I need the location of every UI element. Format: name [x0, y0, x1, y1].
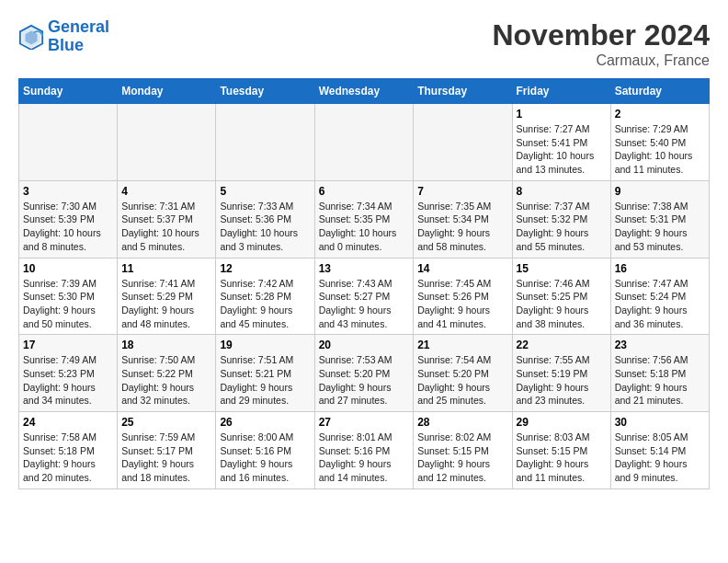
day-number: 9	[615, 185, 705, 198]
calendar-cell: 12Sunrise: 7:42 AM Sunset: 5:28 PM Dayli…	[216, 258, 314, 335]
day-number: 3	[23, 185, 113, 198]
day-number: 28	[417, 416, 507, 429]
calendar-cell	[314, 104, 414, 181]
day-info: Sunrise: 7:46 AM Sunset: 5:25 PM Dayligh…	[517, 277, 607, 331]
calendar-header-row: SundayMondayTuesdayWednesdayThursdayFrid…	[19, 79, 710, 104]
logo-text: General Blue	[48, 18, 109, 55]
weekday-header-friday: Friday	[512, 79, 610, 104]
day-number: 22	[517, 339, 607, 351]
calendar-cell	[118, 104, 216, 181]
calendar-cell: 29Sunrise: 8:03 AM Sunset: 5:15 PM Dayli…	[512, 412, 610, 489]
day-number: 8	[517, 185, 607, 198]
day-number: 26	[220, 416, 310, 429]
day-info: Sunrise: 8:05 AM Sunset: 5:14 PM Dayligh…	[615, 431, 705, 485]
calendar-cell: 2Sunrise: 7:29 AM Sunset: 5:40 PM Daylig…	[610, 104, 709, 181]
calendar-cell: 23Sunrise: 7:56 AM Sunset: 5:18 PM Dayli…	[610, 335, 709, 412]
calendar-cell: 18Sunrise: 7:50 AM Sunset: 5:22 PM Dayli…	[118, 335, 216, 412]
calendar-cell: 1Sunrise: 7:27 AM Sunset: 5:41 PM Daylig…	[512, 104, 610, 181]
day-info: Sunrise: 7:30 AM Sunset: 5:39 PM Dayligh…	[23, 200, 113, 254]
calendar-cell: 10Sunrise: 7:39 AM Sunset: 5:30 PM Dayli…	[19, 258, 118, 335]
day-info: Sunrise: 7:45 AM Sunset: 5:26 PM Dayligh…	[417, 277, 507, 331]
day-number: 13	[319, 262, 410, 275]
calendar-cell	[19, 104, 118, 181]
day-info: Sunrise: 7:29 AM Sunset: 5:40 PM Dayligh…	[615, 122, 705, 177]
day-info: Sunrise: 8:02 AM Sunset: 5:15 PM Dayligh…	[417, 431, 507, 485]
weekday-header-saturday: Saturday	[610, 79, 709, 104]
day-info: Sunrise: 7:59 AM Sunset: 5:17 PM Dayligh…	[121, 431, 211, 485]
day-info: Sunrise: 7:49 AM Sunset: 5:23 PM Dayligh…	[23, 353, 113, 408]
day-number: 11	[121, 262, 211, 275]
day-info: Sunrise: 7:37 AM Sunset: 5:32 PM Dayligh…	[517, 200, 607, 254]
calendar-cell: 17Sunrise: 7:49 AM Sunset: 5:23 PM Dayli…	[19, 335, 118, 412]
logo: General Blue	[18, 18, 109, 55]
calendar-cell: 30Sunrise: 8:05 AM Sunset: 5:14 PM Dayli…	[610, 412, 709, 489]
calendar-week-3: 10Sunrise: 7:39 AM Sunset: 5:30 PM Dayli…	[19, 258, 710, 335]
day-info: Sunrise: 7:34 AM Sunset: 5:35 PM Dayligh…	[319, 200, 410, 254]
calendar-week-4: 17Sunrise: 7:49 AM Sunset: 5:23 PM Dayli…	[19, 335, 710, 412]
day-number: 14	[417, 262, 507, 275]
day-number: 18	[121, 339, 211, 351]
calendar-cell: 21Sunrise: 7:54 AM Sunset: 5:20 PM Dayli…	[414, 335, 512, 412]
calendar-cell: 5Sunrise: 7:33 AM Sunset: 5:36 PM Daylig…	[216, 180, 314, 258]
calendar-week-1: 1Sunrise: 7:27 AM Sunset: 5:41 PM Daylig…	[19, 104, 710, 181]
day-number: 20	[319, 339, 410, 351]
day-number: 21	[417, 339, 507, 351]
calendar-cell: 6Sunrise: 7:34 AM Sunset: 5:35 PM Daylig…	[314, 180, 414, 258]
day-number: 23	[615, 339, 705, 351]
day-info: Sunrise: 7:54 AM Sunset: 5:20 PM Dayligh…	[417, 353, 507, 408]
day-number: 7	[417, 185, 507, 198]
day-info: Sunrise: 7:47 AM Sunset: 5:24 PM Dayligh…	[615, 277, 705, 331]
day-info: Sunrise: 7:39 AM Sunset: 5:30 PM Dayligh…	[23, 277, 113, 331]
day-number: 12	[220, 262, 310, 275]
calendar-cell: 3Sunrise: 7:30 AM Sunset: 5:39 PM Daylig…	[19, 180, 118, 258]
day-info: Sunrise: 8:00 AM Sunset: 5:16 PM Dayligh…	[220, 431, 310, 485]
day-info: Sunrise: 7:27 AM Sunset: 5:41 PM Dayligh…	[517, 122, 607, 177]
logo-icon	[18, 24, 44, 50]
day-number: 1	[517, 108, 607, 121]
month-title: November 2024	[492, 18, 710, 52]
calendar-cell: 25Sunrise: 7:59 AM Sunset: 5:17 PM Dayli…	[118, 412, 216, 489]
calendar-cell: 14Sunrise: 7:45 AM Sunset: 5:26 PM Dayli…	[414, 258, 512, 335]
day-info: Sunrise: 7:58 AM Sunset: 5:18 PM Dayligh…	[23, 431, 113, 485]
calendar-cell: 15Sunrise: 7:46 AM Sunset: 5:25 PM Dayli…	[512, 258, 610, 335]
day-info: Sunrise: 7:56 AM Sunset: 5:18 PM Dayligh…	[615, 353, 705, 408]
day-number: 17	[23, 339, 113, 351]
calendar-cell: 11Sunrise: 7:41 AM Sunset: 5:29 PM Dayli…	[118, 258, 216, 335]
day-info: Sunrise: 7:51 AM Sunset: 5:21 PM Dayligh…	[220, 353, 310, 408]
calendar-cell	[414, 104, 512, 181]
day-number: 30	[615, 416, 705, 429]
location: Carmaux, France	[492, 52, 710, 69]
day-info: Sunrise: 7:50 AM Sunset: 5:22 PM Dayligh…	[121, 353, 211, 408]
calendar-cell: 28Sunrise: 8:02 AM Sunset: 5:15 PM Dayli…	[414, 412, 512, 489]
day-number: 29	[517, 416, 607, 429]
day-info: Sunrise: 8:01 AM Sunset: 5:16 PM Dayligh…	[319, 431, 410, 485]
calendar-cell: 27Sunrise: 8:01 AM Sunset: 5:16 PM Dayli…	[314, 412, 414, 489]
day-number: 15	[517, 262, 607, 275]
day-number: 25	[121, 416, 211, 429]
weekday-header-thursday: Thursday	[414, 79, 512, 104]
day-number: 2	[615, 108, 705, 121]
day-info: Sunrise: 7:31 AM Sunset: 5:37 PM Dayligh…	[121, 200, 211, 254]
calendar-cell: 16Sunrise: 7:47 AM Sunset: 5:24 PM Dayli…	[610, 258, 709, 335]
calendar-week-2: 3Sunrise: 7:30 AM Sunset: 5:39 PM Daylig…	[19, 180, 710, 258]
day-number: 24	[23, 416, 113, 429]
calendar-cell: 7Sunrise: 7:35 AM Sunset: 5:34 PM Daylig…	[414, 180, 512, 258]
calendar-cell: 26Sunrise: 8:00 AM Sunset: 5:16 PM Dayli…	[216, 412, 314, 489]
calendar-cell	[216, 104, 314, 181]
title-area: November 2024 Carmaux, France	[492, 18, 710, 69]
calendar-cell: 22Sunrise: 7:55 AM Sunset: 5:19 PM Dayli…	[512, 335, 610, 412]
day-number: 5	[220, 185, 310, 198]
calendar-cell: 24Sunrise: 7:58 AM Sunset: 5:18 PM Dayli…	[19, 412, 118, 489]
day-info: Sunrise: 7:38 AM Sunset: 5:31 PM Dayligh…	[615, 200, 705, 254]
calendar-cell: 8Sunrise: 7:37 AM Sunset: 5:32 PM Daylig…	[512, 180, 610, 258]
calendar-week-5: 24Sunrise: 7:58 AM Sunset: 5:18 PM Dayli…	[19, 412, 710, 489]
day-number: 27	[319, 416, 410, 429]
page-header: General Blue November 2024 Carmaux, Fran…	[18, 18, 710, 69]
calendar-cell: 13Sunrise: 7:43 AM Sunset: 5:27 PM Dayli…	[314, 258, 414, 335]
day-info: Sunrise: 7:42 AM Sunset: 5:28 PM Dayligh…	[220, 277, 310, 331]
calendar-cell: 19Sunrise: 7:51 AM Sunset: 5:21 PM Dayli…	[216, 335, 314, 412]
weekday-header-monday: Monday	[118, 79, 216, 104]
day-info: Sunrise: 7:41 AM Sunset: 5:29 PM Dayligh…	[121, 277, 211, 331]
calendar-table: SundayMondayTuesdayWednesdayThursdayFrid…	[18, 78, 710, 489]
weekday-header-sunday: Sunday	[19, 79, 118, 104]
